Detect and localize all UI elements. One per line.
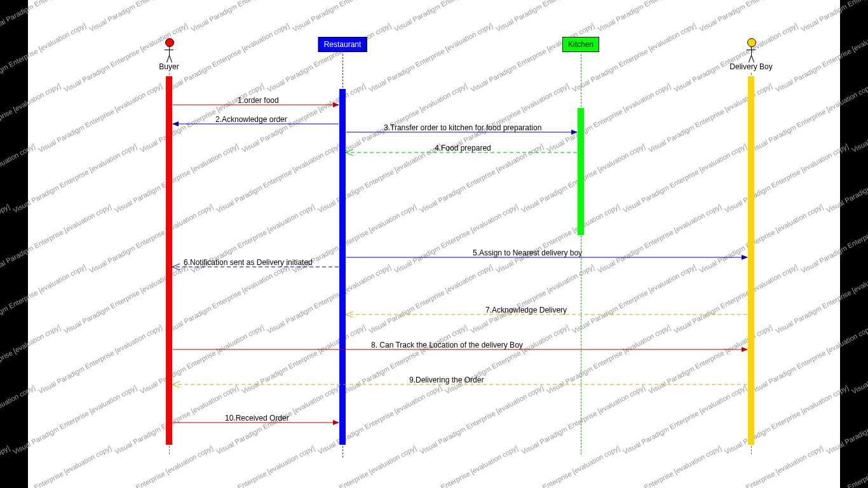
msg-8-label: 8. Can Track the Location of the deliver…: [371, 341, 523, 349]
msg-7-label: 7.Acknowledge Delivery: [485, 306, 567, 315]
msg-2-label: 2.Acknowledge order: [215, 115, 287, 124]
message-arrows: [28, 0, 840, 488]
msg-1-label: 1.order food: [238, 96, 279, 105]
msg-3-label: 3.Transfer order to kitchen for food pre…: [384, 123, 541, 132]
msg-5-label: 5.Assign to Nearest delivery boy: [473, 248, 582, 257]
msg-4-label: 4.Food prepared: [435, 144, 491, 152]
msg-10-label: 10.Received Order: [225, 414, 289, 423]
msg-9-label: 9.Delivering the Order: [409, 376, 484, 384]
diagram-canvas: Visual Paradigm Enterprise [evaluation c…: [28, 0, 840, 488]
msg-6-label: 6.Notification sent as Delivery initiate…: [184, 258, 313, 267]
